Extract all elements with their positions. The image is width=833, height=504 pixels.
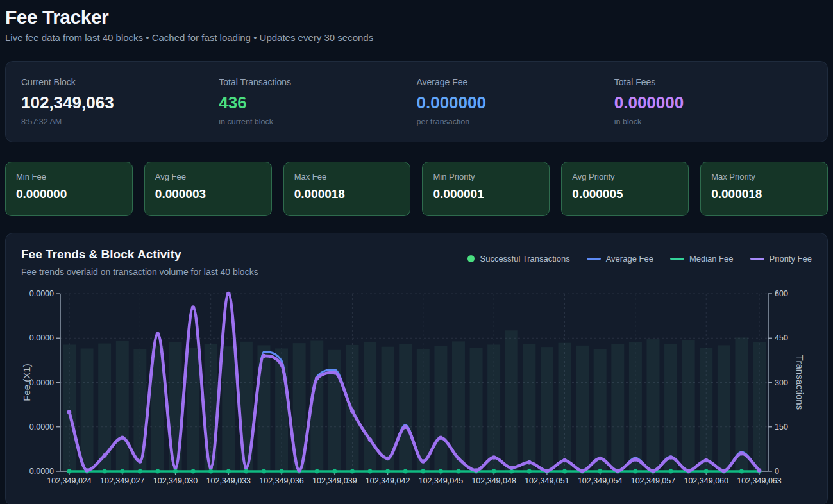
transactions-bar xyxy=(594,349,607,471)
transactions-bar xyxy=(682,340,695,471)
svg-text:102,349,063: 102,349,063 xyxy=(737,476,782,485)
page-title: Fee Tracker xyxy=(5,6,828,28)
data-point-dot xyxy=(456,469,460,474)
data-point-dot xyxy=(686,469,691,473)
transactions-bar xyxy=(399,344,412,471)
transactions-bar xyxy=(646,339,659,471)
stat-sub: 8:57:32 AM xyxy=(21,117,219,126)
chart-title: Fee Trends & Block Activity xyxy=(21,248,258,262)
stat-sub: in block xyxy=(614,117,812,126)
transactions-bar xyxy=(116,341,129,471)
data-point-dot xyxy=(333,371,337,375)
svg-text:102,349,042: 102,349,042 xyxy=(366,476,410,485)
chart-subtitle: Fee trends overlaid on transaction volum… xyxy=(21,267,258,277)
fee-card-value: 0.000003 xyxy=(155,187,261,201)
svg-text:102,349,060: 102,349,060 xyxy=(684,476,728,485)
data-point-dot xyxy=(368,469,373,474)
svg-text:0.0000: 0.0000 xyxy=(29,378,54,387)
fee-card-avg-fee: Avg Fee 0.000003 xyxy=(144,162,272,216)
transactions-bar xyxy=(629,342,642,471)
fee-trends-chart[interactable]: 0.00006000.00004500.00003000.00001500.00… xyxy=(21,287,813,491)
svg-text:300: 300 xyxy=(775,378,788,387)
data-point-dot xyxy=(527,460,532,465)
data-point-dot xyxy=(757,468,762,473)
data-point-dot xyxy=(562,469,567,474)
data-point-dot xyxy=(315,376,319,381)
stat-total-transactions: Total Transactions 436 in current block xyxy=(219,77,416,126)
data-point-dot xyxy=(244,469,248,474)
data-point-dot xyxy=(208,469,213,474)
transactions-bar xyxy=(718,345,730,471)
data-point-dot xyxy=(403,424,408,429)
transactions-bar xyxy=(523,344,535,471)
fee-card-label: Avg Fee xyxy=(155,172,261,181)
legend-line-icon xyxy=(587,258,601,260)
fee-card-value: 0.000018 xyxy=(711,187,817,201)
fee-chart-canvas[interactable]: 0.00006000.00004500.00003000.00001500.00… xyxy=(21,287,812,494)
svg-text:Fee (X1): Fee (X1) xyxy=(21,364,32,401)
data-point-dot xyxy=(421,469,425,474)
svg-text:102,349,039: 102,349,039 xyxy=(312,476,357,485)
data-point-dot xyxy=(616,469,620,473)
data-point-dot xyxy=(704,469,709,474)
legend-item-priority-fee: Priority Fee xyxy=(750,254,812,264)
transactions-bar xyxy=(487,344,500,471)
legend-item-successful-transactions: Successful Transactions xyxy=(467,254,569,264)
svg-text:102,349,045: 102,349,045 xyxy=(419,476,464,485)
svg-text:600: 600 xyxy=(775,289,788,298)
fee-card-label: Min Priority xyxy=(433,172,539,181)
data-point-dot xyxy=(421,459,425,464)
transactions-bar xyxy=(664,344,677,471)
data-point-dot xyxy=(562,458,567,463)
stats-panel: Current Block 102,349,063 8:57:32 AM Tot… xyxy=(5,61,828,142)
stat-label: Average Fee xyxy=(417,77,614,87)
data-point-dot xyxy=(439,435,443,440)
fee-card-value: 0.000005 xyxy=(572,187,678,201)
data-point-dot xyxy=(156,332,160,337)
stat-label: Total Transactions xyxy=(219,77,416,87)
svg-text:0.0000: 0.0000 xyxy=(29,289,54,298)
data-point-dot xyxy=(350,469,355,474)
data-point-dot xyxy=(509,466,514,470)
fee-card-value: 0.000000 xyxy=(16,187,122,201)
data-point-dot xyxy=(598,457,602,461)
svg-text:0.0000: 0.0000 xyxy=(29,467,54,476)
stat-average-fee: Average Fee 0.000000 per transaction xyxy=(417,77,614,126)
data-point-dot xyxy=(350,409,355,414)
svg-text:102,349,030: 102,349,030 xyxy=(153,476,198,485)
data-point-dot xyxy=(103,453,107,458)
legend-item-median-fee: Median Fee xyxy=(670,254,734,264)
transactions-bar xyxy=(753,342,766,471)
data-point-dot xyxy=(208,466,213,470)
chart-header: Fee Trends & Block Activity Fee trends o… xyxy=(21,248,812,277)
data-point-dot xyxy=(634,457,638,462)
legend-line-icon xyxy=(750,258,764,260)
svg-text:102,349,036: 102,349,036 xyxy=(259,476,304,485)
data-point-dot xyxy=(85,468,89,473)
data-point-dot xyxy=(598,469,602,474)
chart-legend: Successful Transactions Average Fee Medi… xyxy=(467,248,812,264)
data-point-dot xyxy=(67,410,72,414)
data-point-dot xyxy=(155,469,160,474)
fee-card-avg-priority: Avg Priority 0.000005 xyxy=(561,162,689,216)
transactions-bar xyxy=(364,342,376,471)
legend-dot-icon xyxy=(467,255,475,262)
stat-current-block: Current Block 102,349,063 8:57:32 AM xyxy=(21,77,219,126)
data-point-dot xyxy=(722,469,727,473)
page-subtitle: Live fee data from last 40 blocks • Cach… xyxy=(5,32,828,43)
fee-card-max-fee: Max Fee 0.000018 xyxy=(283,162,411,216)
transactions-bar xyxy=(470,348,483,471)
data-point-dot xyxy=(138,459,142,464)
data-point-dot xyxy=(297,468,301,473)
chart-panel: Fee Trends & Block Activity Fee trends o… xyxy=(5,233,828,504)
transactions-bar xyxy=(541,347,553,471)
legend-item-average-fee: Average Fee xyxy=(587,254,653,264)
fee-card-label: Min Fee xyxy=(16,172,122,181)
data-point-dot xyxy=(226,469,231,474)
data-point-dot xyxy=(173,466,178,470)
transactions-bar xyxy=(187,348,199,471)
legend-label: Median Fee xyxy=(689,254,734,264)
legend-label: Average Fee xyxy=(606,254,653,264)
legend-label: Priority Fee xyxy=(770,254,812,264)
data-point-dot xyxy=(545,469,550,473)
